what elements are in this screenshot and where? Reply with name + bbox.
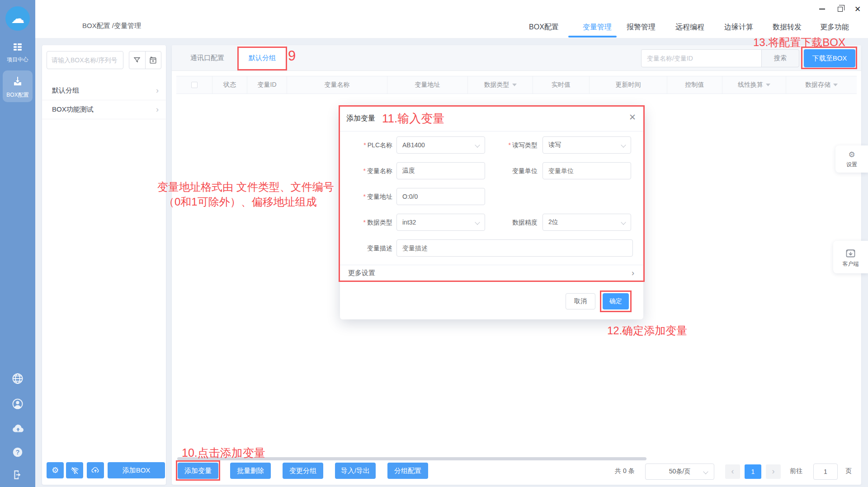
annotation-address-note-line2: （0和1可除外）、偏移地址组成: [164, 195, 317, 209]
chevron-down-icon: [621, 142, 626, 147]
more-settings-row[interactable]: 更多设置 ›: [340, 265, 643, 281]
settings-float-button[interactable]: ⚙ 设置: [835, 145, 868, 173]
var-addr-label: *变量地址: [344, 188, 392, 205]
funnel-icon: [133, 56, 141, 64]
add-variable-button[interactable]: 添加变量: [178, 463, 218, 479]
var-desc-input[interactable]: [396, 239, 633, 257]
annotation-address-note-line1: 变量地址格式由 文件类型、文件编号: [157, 180, 334, 194]
page-size-select[interactable]: 50条/页: [645, 464, 714, 480]
upload-config-button[interactable]: [87, 462, 104, 478]
window-restore-button[interactable]: [834, 4, 846, 14]
tab-default-group[interactable]: 默认分组: [238, 45, 286, 70]
prev-page-button[interactable]: ‹: [725, 464, 740, 479]
dialog-close-icon[interactable]: ✕: [629, 112, 636, 122]
download-to-box-button[interactable]: 下载至BOX: [804, 49, 855, 67]
app-window: ☁ Box Config 项目中心 BOX配置: [0, 0, 868, 487]
select-all-checkbox[interactable]: [191, 82, 198, 88]
nav-tab-data-forwarding[interactable]: 数据转发: [765, 21, 809, 33]
import-export-button[interactable]: 导入/导出: [335, 463, 376, 479]
precision-select[interactable]: 2位: [542, 214, 631, 231]
group-item-box-test[interactable]: BOX功能测试 ›: [42, 100, 166, 119]
col-var-name: 变量名称: [287, 76, 387, 94]
client-download-float-button[interactable]: 客户端: [833, 241, 868, 273]
filter-funnel-button[interactable]: [129, 52, 145, 69]
left-rail: ☁ Box Config 项目中心 BOX配置: [0, 0, 35, 487]
project-grid-icon: [12, 42, 23, 52]
col-var-id: 变量ID: [247, 76, 287, 94]
nav-tab-alarm-mgmt[interactable]: 报警管理: [619, 21, 663, 33]
rw-type-label: *读写类型: [491, 136, 538, 154]
data-type-select[interactable]: int32: [396, 214, 485, 231]
user-account-icon[interactable]: [11, 398, 24, 410]
nav-tab-variable-mgmt[interactable]: 变量管理: [576, 21, 619, 33]
var-unit-input[interactable]: [542, 162, 631, 179]
rw-type-select[interactable]: 读写: [542, 136, 631, 154]
rail-label-box-config: BOX配置: [0, 91, 35, 99]
annotation-step-13: 13.将配置下载BOX: [753, 35, 845, 50]
col-realtime: 实时值: [533, 76, 590, 94]
window-close-button[interactable]: ✕: [852, 4, 863, 14]
globe-icon[interactable]: [11, 372, 24, 385]
current-page-button[interactable]: 1: [745, 464, 761, 479]
nav-tab-more-functions[interactable]: 更多功能: [813, 21, 856, 33]
var-name-label: *变量名称: [344, 162, 392, 179]
goto-page-input[interactable]: [813, 464, 838, 480]
box-search-input[interactable]: [47, 51, 123, 69]
tab-comm-port-config[interactable]: 通讯口配置: [176, 45, 238, 70]
minimize-icon: [819, 9, 825, 9]
group-config-button[interactable]: 分组配置: [387, 463, 428, 479]
col-var-addr: 变量地址: [387, 76, 468, 94]
nav-tab-box-config[interactable]: BOX配置: [522, 21, 566, 33]
rail-label-project-center: 项目中心: [0, 56, 35, 64]
batch-delete-button[interactable]: 批量删除: [230, 463, 271, 479]
svg-text:?: ?: [16, 449, 20, 456]
cancel-button[interactable]: 取消: [566, 293, 595, 309]
change-group-button[interactable]: 变更分组: [283, 463, 323, 479]
active-tab-underline: [568, 36, 617, 37]
folder-plus-icon: [149, 56, 157, 65]
box-list-panel: 默认分组 › BOX功能测试 › ⚙ 添加BOX: [42, 45, 166, 485]
col-data-type[interactable]: 数据类型: [468, 76, 533, 94]
add-box-button[interactable]: 添加BOX: [108, 462, 165, 478]
var-name-input[interactable]: [396, 162, 485, 179]
wifi-off-icon: [71, 466, 79, 475]
col-control-value: 控制值: [667, 76, 722, 94]
var-addr-input[interactable]: [396, 188, 485, 205]
col-data-type-label: 数据类型: [484, 81, 509, 89]
next-page-button[interactable]: ›: [766, 464, 781, 479]
network-status-button[interactable]: [66, 462, 83, 478]
search-button[interactable]: 搜索: [761, 49, 799, 67]
logo-text: Box Config: [5, 16, 30, 19]
cloud-upload-icon[interactable]: [11, 422, 25, 435]
app-logo[interactable]: ☁ Box Config: [5, 6, 30, 31]
col-linear-scale[interactable]: 线性换算: [722, 76, 786, 94]
chevron-right-icon: ›: [156, 105, 159, 114]
plc-name-select[interactable]: AB1400: [396, 136, 485, 154]
precision-label: 数据精度: [491, 214, 538, 231]
group-label: 默认分组: [52, 86, 79, 95]
annotation-step-12: 12.确定添加变量: [607, 323, 687, 338]
dialog-header-divider: [340, 131, 643, 131]
box-settings-button[interactable]: ⚙: [47, 462, 64, 478]
dialog-title: 添加变量: [346, 114, 375, 123]
window-minimize-button[interactable]: [816, 4, 828, 14]
nav-tab-edge-computing[interactable]: 边缘计算: [717, 21, 760, 33]
col-data-storage-label: 数据存储: [805, 81, 830, 89]
client-box-icon: [844, 247, 857, 259]
goto-label: 前往: [790, 467, 802, 475]
confirm-button[interactable]: 确定: [603, 293, 629, 309]
rw-type-value: 读写: [548, 141, 561, 149]
variable-search-input[interactable]: [641, 49, 762, 67]
logout-icon[interactable]: [12, 469, 24, 481]
nav-tab-remote-programming[interactable]: 远程编程: [668, 21, 712, 33]
select-all-cell: [176, 76, 212, 94]
chevron-right-icon: ›: [156, 86, 159, 95]
restore-icon: [838, 7, 843, 12]
page-unit-label: 页: [845, 467, 852, 475]
col-data-storage[interactable]: 数据存储: [786, 76, 857, 94]
group-item-default[interactable]: 默认分组 ›: [42, 81, 166, 100]
settings-label: 设置: [846, 161, 857, 169]
help-icon[interactable]: ?: [12, 446, 24, 458]
plc-name-label: *PLC名称: [344, 136, 392, 154]
add-folder-button[interactable]: [145, 52, 161, 69]
